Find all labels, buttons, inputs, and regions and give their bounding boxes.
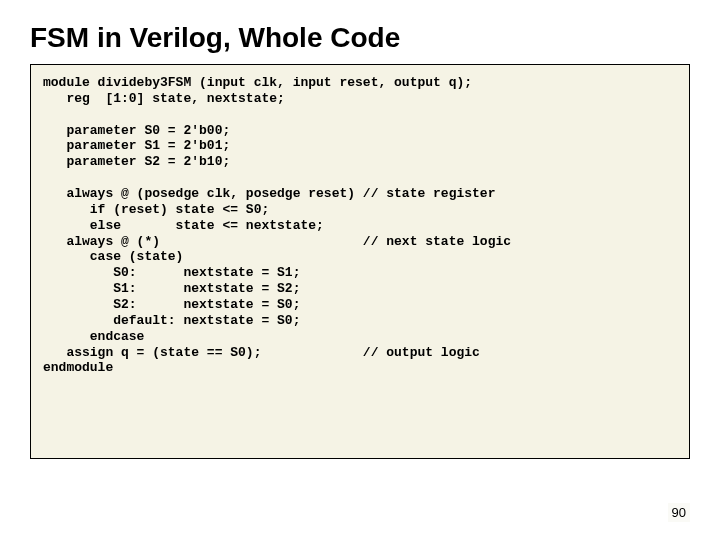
slide-title: FSM in Verilog, Whole Code	[30, 22, 690, 54]
code-block: module divideby3FSM (input clk, input re…	[43, 75, 677, 376]
code-block-container: module divideby3FSM (input clk, input re…	[30, 64, 690, 459]
page-number: 90	[668, 503, 690, 522]
slide: FSM in Verilog, Whole Code module divide…	[0, 0, 720, 540]
